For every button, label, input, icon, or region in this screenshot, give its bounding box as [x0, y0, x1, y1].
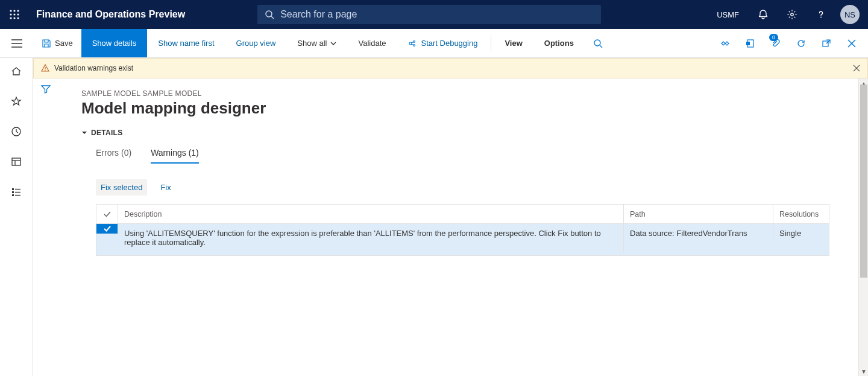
- tab-warnings[interactable]: Warnings (1): [151, 148, 199, 164]
- grid-row[interactable]: Using 'ALLITEMSQUERY' function for the e…: [96, 224, 829, 255]
- action-pane-right: 0: [712, 29, 868, 57]
- vertical-scrollbar[interactable]: ▲ ▼: [858, 78, 868, 376]
- svg-point-7: [13, 17, 15, 19]
- svg-line-20: [412, 44, 414, 45]
- svg-rect-25: [823, 41, 828, 46]
- svg-line-22: [600, 45, 602, 48]
- filter-icon[interactable]: [41, 84, 51, 94]
- search-icon: [265, 10, 274, 19]
- options-menu[interactable]: Options: [533, 29, 585, 57]
- fix-selected-button[interactable]: Fix selected: [96, 179, 147, 196]
- view-menu[interactable]: View: [494, 29, 533, 57]
- banner-close-icon[interactable]: [853, 65, 860, 72]
- row-resolutions: Single: [773, 224, 829, 243]
- save-button[interactable]: Save: [33, 29, 81, 57]
- svg-point-12: [820, 17, 822, 18]
- svg-point-18: [414, 44, 415, 46]
- svg-point-4: [13, 13, 15, 15]
- row-description: Using 'ALLITEMSQUERY' function for the e…: [118, 224, 624, 252]
- svg-point-2: [17, 10, 19, 11]
- svg-rect-33: [12, 191, 14, 193]
- save-icon: [42, 39, 51, 48]
- svg-point-9: [266, 11, 272, 17]
- workspaces-icon[interactable]: [9, 155, 24, 169]
- group-view-button[interactable]: Group view: [225, 29, 287, 57]
- global-search[interactable]: Search for a page: [257, 5, 601, 24]
- svg-rect-32: [12, 188, 14, 190]
- svg-rect-34: [12, 194, 14, 196]
- warnings-grid: Description Path Resolutions Using 'ALLI…: [96, 204, 829, 256]
- breadcrumb: SAMPLE MODEL SAMPLE MODEL: [81, 89, 854, 98]
- svg-point-3: [10, 13, 11, 15]
- svg-point-39: [45, 69, 46, 71]
- fix-button[interactable]: Fix: [156, 179, 175, 196]
- show-name-first-button[interactable]: Show name first: [147, 29, 225, 57]
- modules-icon[interactable]: [9, 185, 24, 199]
- col-path[interactable]: Path: [624, 205, 773, 223]
- debug-icon: [407, 39, 417, 48]
- help-icon[interactable]: [808, 0, 834, 29]
- svg-point-6: [10, 17, 11, 19]
- attachments-badge: 0: [769, 34, 778, 41]
- home-icon[interactable]: [9, 64, 24, 78]
- warning-banner-text: Validation warnings exist: [54, 64, 133, 72]
- nav-rail: [0, 58, 33, 376]
- app-title: Finance and Operations Preview: [29, 9, 185, 20]
- row-path: Data source: FilteredVendorTrans: [624, 224, 773, 243]
- row-checkbox[interactable]: [96, 224, 118, 234]
- tab-errors[interactable]: Errors (0): [96, 148, 131, 164]
- collapse-icon: [81, 130, 87, 136]
- save-label: Save: [55, 39, 73, 48]
- col-description[interactable]: Description: [118, 205, 624, 223]
- scroll-down-icon[interactable]: ▼: [859, 366, 868, 376]
- warnings-actions: Fix selected Fix: [96, 179, 854, 196]
- details-label: DETAILS: [91, 129, 123, 137]
- recent-icon[interactable]: [9, 124, 24, 139]
- svg-point-5: [17, 13, 19, 15]
- svg-line-10: [271, 16, 274, 19]
- close-page-icon[interactable]: [839, 29, 864, 58]
- company-code[interactable]: USMF: [708, 10, 747, 19]
- popout-icon[interactable]: [814, 29, 839, 58]
- show-all-dropdown[interactable]: Show all: [286, 29, 347, 57]
- svg-point-8: [17, 17, 19, 19]
- office-addin-icon[interactable]: [738, 29, 763, 58]
- refresh-icon[interactable]: [788, 29, 814, 58]
- content-area: SAMPLE MODEL SAMPLE MODEL Model mapping …: [58, 78, 868, 376]
- svg-point-1: [13, 10, 15, 11]
- notifications-icon[interactable]: [750, 0, 776, 29]
- svg-point-21: [594, 40, 600, 46]
- nav-toggle-icon[interactable]: [0, 29, 33, 57]
- user-avatar[interactable]: NS: [840, 5, 860, 24]
- divider: [491, 35, 491, 51]
- validate-button[interactable]: Validate: [347, 29, 397, 57]
- page-title: Model mapping designer: [81, 99, 854, 118]
- attachments-icon[interactable]: 0: [763, 29, 788, 58]
- app-launcher-icon[interactable]: [0, 0, 29, 29]
- svg-line-19: [412, 42, 414, 43]
- favorites-icon[interactable]: [9, 94, 24, 109]
- grid-header: Description Path Resolutions: [96, 205, 829, 224]
- validation-warning-banner: Validation warnings exist: [33, 58, 868, 78]
- action-pane: Save Show details Show name first Group …: [0, 29, 868, 58]
- svg-rect-24: [746, 42, 750, 45]
- col-resolutions[interactable]: Resolutions: [773, 205, 829, 223]
- chevron-down-icon: [330, 42, 336, 45]
- grid-select-all[interactable]: [96, 205, 118, 223]
- start-debugging-button[interactable]: Start Debugging: [397, 29, 488, 57]
- warning-triangle-icon: [41, 64, 49, 72]
- search-placeholder: Search for a page: [280, 9, 357, 20]
- show-all-label: Show all: [297, 39, 327, 48]
- action-search-icon[interactable]: [585, 29, 611, 57]
- svg-point-11: [791, 13, 793, 16]
- scroll-thumb[interactable]: [860, 84, 867, 278]
- filter-rail: [33, 78, 58, 376]
- personalize-icon[interactable]: [712, 29, 738, 58]
- svg-point-0: [10, 10, 11, 11]
- global-header: Finance and Operations Preview Search fo…: [0, 0, 868, 29]
- show-details-button[interactable]: Show details: [81, 29, 148, 57]
- settings-icon[interactable]: [779, 0, 805, 29]
- start-debugging-label: Start Debugging: [421, 39, 477, 48]
- svg-point-17: [414, 40, 415, 42]
- details-section-header[interactable]: DETAILS: [81, 129, 854, 137]
